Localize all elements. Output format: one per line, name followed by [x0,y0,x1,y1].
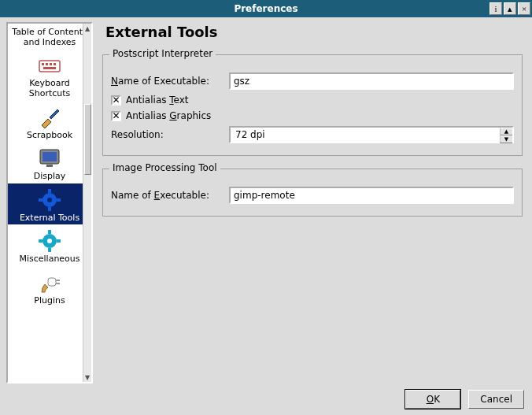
chk-label: Antialias Text [126,94,189,106]
row-resolution: Resolution: 72 dpi ▲ ▼ [111,126,514,143]
svg-rect-13 [39,198,42,202]
titlebar: Preferences i ▴ × [0,0,532,17]
page-title: External Tools [105,24,523,40]
sidebar-item-label: Plugins [34,296,65,306]
cancel-button[interactable]: Cancel [468,390,524,409]
dialog-buttons: OK Cancel [405,390,524,409]
sidebar-item-misc[interactable]: Miscellaneous [8,224,91,266]
window-title: Preferences [234,3,297,14]
svg-rect-3 [50,63,52,65]
sidebar-item-plugins[interactable]: Plugins [8,266,91,308]
svg-rect-21 [48,278,56,286]
titlebar-close-button[interactable]: × [518,2,530,15]
svg-rect-8 [46,165,53,167]
group-postscript-legend: Postscript Interpreter [109,48,216,59]
gear-icon [37,228,62,254]
chk-antialias-text[interactable]: ✕ Antialias Text [111,94,514,106]
svg-point-10 [47,198,52,202]
svg-rect-0 [39,61,60,72]
svg-rect-1 [42,63,44,65]
gear-icon [37,187,62,213]
svg-rect-2 [46,63,48,65]
keyboard-icon [37,53,62,78]
checkbox-icon: ✕ [111,111,121,121]
svg-rect-7 [42,152,57,161]
sidebar-scrollbar[interactable]: ▲ ▼ [83,24,91,382]
spin-down-button[interactable]: ▼ [500,135,512,143]
svg-rect-23 [56,283,60,284]
resolution-spinner[interactable]: 72 dpi ▲ ▼ [229,126,514,143]
spin-up-button[interactable]: ▲ [500,128,512,135]
sidebar-item-toc[interactable]: Table of Contents and Indexes [8,25,91,49]
group-image-tool-legend: Image Processing Tool [109,162,220,173]
sidebar-item-label: External Tools [20,213,79,224]
sidebar-item-display[interactable]: Display [8,142,91,183]
svg-rect-12 [48,207,51,211]
svg-rect-19 [39,239,42,243]
svg-rect-17 [48,230,51,234]
svg-rect-11 [48,189,51,193]
group-postscript: Postscript Interpreter Name of Executabl… [102,54,523,156]
svg-rect-22 [56,280,60,281]
sidebar-item-label: Miscellaneous [19,254,79,265]
checkbox-icon: ✕ [111,95,121,106]
img-name-label: Name of Executable: [111,190,229,201]
ps-name-input[interactable] [229,72,514,90]
category-list[interactable]: Table of Contents and Indexes Keyboard S… [6,22,93,384]
ps-name-label: Name of Executable: [111,76,229,87]
row-img-name: Name of Executable: [111,187,514,204]
plug-icon [37,270,62,295]
titlebar-up-button[interactable]: ▴ [504,2,516,15]
chk-label: Antialias Graphics [126,110,211,121]
sidebar-item-label: Display [34,172,66,182]
brush-icon [37,105,62,130]
scroll-thumb[interactable] [84,104,91,175]
sidebar-item-label: Keyboard Shortcuts [10,79,89,98]
svg-rect-20 [57,239,61,243]
client-area: Table of Contents and Indexes Keyboard S… [6,22,526,384]
sidebar-item-scrapbook[interactable]: Scrapbook [8,101,91,143]
monitor-icon [37,146,62,171]
scroll-up-icon[interactable]: ▲ [83,24,91,33]
svg-rect-4 [54,63,56,65]
row-ps-name: Name of Executable: [111,72,514,90]
scroll-down-icon[interactable]: ▼ [83,372,91,382]
main-panel: External Tools Postscript Interpreter Na… [99,22,526,384]
sidebar-item-label: Scrapbook [27,131,72,141]
sidebar-item-keyboard[interactable]: Keyboard Shortcuts [8,49,91,100]
spinner-buttons: ▲ ▼ [500,128,512,142]
svg-rect-5 [43,67,56,69]
group-image-tool: Image Processing Tool Name of Executable… [102,169,523,217]
resolution-value: 72 dpi [231,128,500,142]
sidebar-item-external-tools[interactable]: External Tools [8,183,91,225]
svg-point-16 [47,239,52,243]
ok-button[interactable]: OK [405,390,460,409]
svg-rect-18 [48,248,51,252]
sidebar-item-label: Table of Contents and Indexes [10,28,89,47]
category-list-inner: Table of Contents and Indexes Keyboard S… [8,24,91,382]
titlebar-buttons: i ▴ × [488,0,530,17]
scroll-track[interactable] [83,33,91,372]
img-name-input[interactable] [229,187,514,204]
chk-antialias-graphics[interactable]: ✕ Antialias Graphics [111,110,514,121]
svg-rect-14 [57,198,61,202]
titlebar-info-button[interactable]: i [490,2,502,15]
resolution-label: Resolution: [111,129,229,140]
